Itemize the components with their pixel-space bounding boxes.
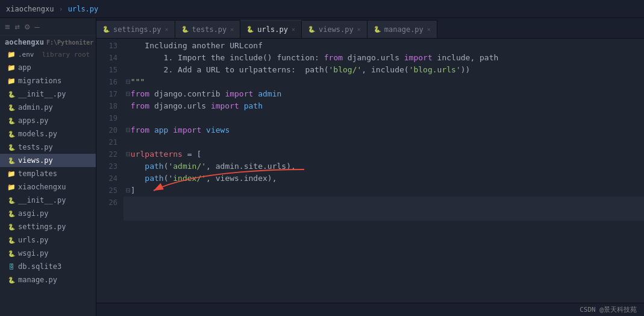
py-icon: 🐍 bbox=[7, 103, 16, 112]
tab-label: urls.py bbox=[257, 25, 288, 34]
item-label: manage.py bbox=[18, 276, 91, 284]
code-line-18: from django.urls import path bbox=[123, 100, 644, 112]
sidebar-item-wsgi[interactable]: 🐍 wsgi.py bbox=[0, 247, 96, 260]
folder-icon: 📁 bbox=[7, 77, 16, 85]
sidebar-item-manage[interactable]: 🐍 manage.py bbox=[0, 273, 96, 286]
title-bar: xiaochengxu › urls.py bbox=[0, 0, 644, 18]
item-label: wsgi.py bbox=[18, 249, 91, 258]
tab-icon: 🐍 bbox=[308, 26, 315, 33]
code-line-13: Including another URLconf bbox=[123, 40, 644, 52]
sidebar-item-init-app[interactable]: 🐍 __init__.py bbox=[0, 87, 96, 101]
folder-icon: 📁 bbox=[7, 183, 16, 191]
folder-icon: 📁 bbox=[7, 169, 16, 178]
code-editor[interactable]: 13 14 15 16 17 18 19 20 21 22 23 24 25 2… bbox=[96, 39, 644, 303]
code-line-22: ⊟urlpatterns = [ bbox=[123, 148, 644, 160]
code-line-25: ⊟] bbox=[123, 185, 644, 197]
current-file: urls.py bbox=[68, 5, 99, 13]
code-line-19 bbox=[123, 112, 644, 124]
sidebar-item-migrations[interactable]: 📁 migrations bbox=[0, 74, 96, 87]
folder-icon: 📁 bbox=[7, 50, 16, 58]
py-icon: 🐍 bbox=[7, 143, 16, 151]
py-icon: 🐍 bbox=[7, 276, 16, 284]
item-label: asgi.py bbox=[18, 209, 91, 218]
breadcrumb-sep: › bbox=[58, 5, 63, 13]
tab-close-icon[interactable]: ✕ bbox=[292, 26, 295, 33]
folder-icon: 📁 bbox=[7, 63, 16, 72]
tab-tests[interactable]: 🐍 tests.py ✕ bbox=[175, 20, 241, 38]
item-label: .env library root bbox=[18, 51, 91, 58]
sidebar-item-db[interactable]: 🗄 db.sqlite3 bbox=[0, 260, 96, 273]
sidebar-item-views[interactable]: 🐍 views.py bbox=[0, 154, 96, 167]
sidebar-item-app[interactable]: 📁 app bbox=[0, 61, 96, 74]
item-label: __init__.py bbox=[18, 196, 91, 204]
sidebar-toolbar: ≡ ⇄ ⚙ — bbox=[0, 18, 96, 36]
item-label: admin.py bbox=[18, 103, 91, 112]
item-label: __init__.py bbox=[18, 90, 91, 98]
tab-icon: 🐍 bbox=[181, 26, 189, 33]
sidebar-item-env[interactable]: 📁 .env library root bbox=[0, 48, 96, 61]
py-icon: 🐍 bbox=[7, 209, 16, 218]
collapse-icon[interactable]: — bbox=[34, 22, 39, 31]
sidebar-item-init-xiao[interactable]: 🐍 __init__.py bbox=[0, 194, 96, 207]
code-line-15: 2. Add a URL to urlpatterns: path('blog/… bbox=[123, 64, 644, 76]
project-name: xiaochengxu bbox=[6, 5, 54, 13]
code-content[interactable]: Including another URLconf 1. Import the … bbox=[123, 39, 644, 303]
py-icon: 🐍 bbox=[7, 116, 16, 125]
item-label: views.py bbox=[18, 156, 91, 165]
py-icon: 🐍 bbox=[7, 130, 16, 138]
tab-bar: 🐍 settings.py ✕ 🐍 tests.py ✕ 🐍 urls.py ✕… bbox=[96, 18, 644, 39]
py-icon: 🐍 bbox=[7, 223, 16, 231]
tab-views[interactable]: 🐍 views.py ✕ bbox=[302, 20, 367, 38]
py-icon: 🐍 bbox=[7, 156, 16, 165]
py-icon: 🐍 bbox=[7, 90, 16, 98]
code-line-26 bbox=[123, 197, 644, 221]
tab-label: settings.py bbox=[113, 25, 161, 34]
py-icon: 🐍 bbox=[7, 249, 16, 258]
sidebar-item-xiaochengxu[interactable]: 📁 xiaochengxu bbox=[0, 180, 96, 194]
code-line-24: path('index/', views.index), bbox=[123, 172, 644, 185]
item-label: app bbox=[18, 63, 91, 72]
code-line-14: 1. Import the include() function: from d… bbox=[123, 52, 644, 64]
item-label: settings.py bbox=[18, 223, 91, 231]
sidebar: ≡ ⇄ ⚙ — aochengxu F:\Pythoniter 📁 .env l… bbox=[0, 18, 96, 316]
db-icon: 🗄 bbox=[7, 262, 16, 271]
sidebar-content: aochengxu F:\Pythoniter 📁 .env library r… bbox=[0, 36, 96, 316]
item-label: templates bbox=[18, 169, 91, 178]
tab-settings[interactable]: 🐍 settings.py ✕ bbox=[96, 20, 175, 38]
sidebar-item-apps[interactable]: 🐍 apps.py bbox=[0, 114, 96, 127]
settings-icon[interactable]: ⚙ bbox=[25, 22, 30, 31]
tab-label: tests.py bbox=[192, 25, 227, 34]
sidebar-item-tests[interactable]: 🐍 tests.py bbox=[0, 141, 96, 154]
tab-manage[interactable]: 🐍 manage.py ✕ bbox=[367, 20, 437, 38]
tab-urls[interactable]: 🐍 urls.py ✕ bbox=[240, 20, 302, 38]
py-icon: 🐍 bbox=[7, 236, 16, 244]
menu-icon[interactable]: ≡ bbox=[5, 22, 10, 31]
sidebar-item-admin[interactable]: 🐍 admin.py bbox=[0, 101, 96, 114]
tab-close-icon[interactable]: ✕ bbox=[164, 26, 168, 33]
sidebar-item-urls[interactable]: 🐍 urls.py bbox=[0, 233, 96, 247]
tab-close-icon[interactable]: ✕ bbox=[357, 26, 361, 33]
py-icon: 🐍 bbox=[7, 196, 16, 204]
swap-icon[interactable]: ⇄ bbox=[14, 22, 19, 31]
item-label: db.sqlite3 bbox=[18, 262, 91, 271]
item-label: tests.py bbox=[18, 143, 91, 151]
sidebar-item-models[interactable]: 🐍 models.py bbox=[0, 127, 96, 141]
code-line-23: path('admin/', admin.site.urls), bbox=[123, 160, 644, 172]
sidebar-item-asgi[interactable]: 🐍 asgi.py bbox=[0, 207, 96, 220]
code-line-20: ⊟from app import views bbox=[123, 124, 644, 136]
project-label: aochengxu F:\Pythoniter bbox=[0, 36, 96, 48]
line-numbers: 13 14 15 16 17 18 19 20 21 22 23 24 25 2… bbox=[96, 39, 123, 303]
tab-icon: 🐍 bbox=[374, 26, 381, 33]
tab-close-icon[interactable]: ✕ bbox=[427, 26, 431, 33]
sidebar-item-settings[interactable]: 🐍 settings.py bbox=[0, 220, 96, 233]
credit-text: CSDN @景天科技苑 bbox=[580, 305, 637, 314]
status-bar: CSDN @景天科技苑 bbox=[96, 303, 644, 316]
item-label: urls.py bbox=[18, 236, 91, 244]
item-label: apps.py bbox=[18, 116, 91, 125]
item-label: models.py bbox=[18, 130, 91, 138]
sidebar-item-templates[interactable]: 📁 templates bbox=[0, 167, 96, 180]
tab-label: manage.py bbox=[384, 25, 424, 34]
item-label: migrations bbox=[18, 77, 91, 85]
item-label: xiaochengxu bbox=[18, 183, 91, 191]
tab-close-icon[interactable]: ✕ bbox=[230, 26, 234, 33]
